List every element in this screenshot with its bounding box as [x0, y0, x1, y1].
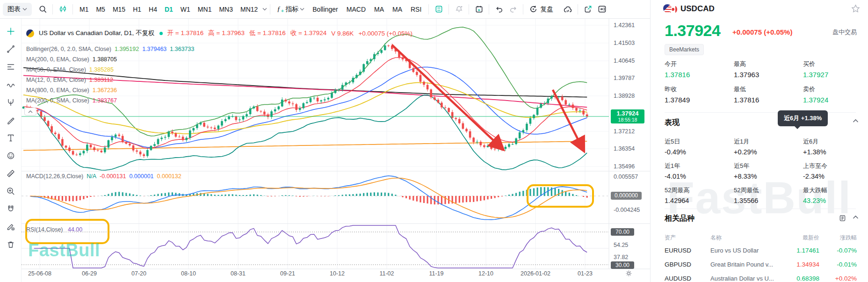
favorite-star-icon[interactable]	[851, 4, 861, 14]
related-collapse-chevron-icon[interactable]	[853, 215, 859, 219]
symbol-flags	[663, 4, 679, 14]
stat-买价: 买价1.37927	[803, 60, 828, 79]
top-toolbar: 图表 M1M5M15H1H4D1W1MN1MN3MN12 ƒ+ 指标 Bolli…	[0, 0, 650, 19]
timeframe-m1[interactable]: M1	[76, 0, 92, 18]
zoom-in-tool-icon[interactable]	[3, 183, 19, 199]
collapse-panel-icon[interactable]	[595, 2, 609, 16]
share-icon[interactable]	[581, 2, 595, 16]
indicator-shortcut-ma-2[interactable]: MA	[370, 6, 388, 13]
undo-icon[interactable]	[492, 2, 506, 16]
replay-button[interactable]: 复盘	[526, 5, 556, 14]
drawing-tools-sidebar	[0, 19, 22, 282]
timeframe-h4[interactable]: H4	[145, 0, 161, 18]
performance-最大跌幅: 最大跌幅43.23%	[803, 186, 827, 204]
us-flag-icon	[663, 4, 672, 13]
performance-collapse-chevron-icon[interactable]	[853, 119, 859, 123]
crosshair-tool-icon[interactable]	[3, 23, 19, 39]
performance-近5日: 近5日-0.49%	[665, 137, 686, 156]
performance-近1月: 近1月+0.29%	[734, 137, 757, 156]
stat-最高: 最高1.37963	[734, 60, 759, 79]
performance-近1年: 近1年-4.01%	[665, 162, 686, 180]
related-section-title: 相关品种	[665, 214, 694, 224]
pitchfork-tool-icon[interactable]	[3, 94, 19, 110]
indicator-shortcut-macd-1[interactable]: MACD	[342, 6, 370, 13]
wave-tool-icon[interactable]	[3, 77, 19, 93]
chevron-down-icon	[22, 7, 27, 11]
panel-last-price: 1.37924	[665, 22, 720, 40]
performance-section-title: 表现	[665, 118, 680, 128]
indicators-button[interactable]: ƒ+ 指标	[273, 5, 308, 14]
timeframes-more-chevron-icon[interactable]	[262, 7, 267, 11]
trendline-tool-icon[interactable]	[3, 41, 19, 57]
performance-52周最低: 52周最低1.35566	[734, 186, 759, 204]
magnet-tool-icon[interactable]	[3, 201, 19, 217]
text-tool-icon[interactable]	[3, 130, 19, 146]
timeframe-m5[interactable]: M5	[92, 0, 108, 18]
chart-menu-button[interactable]: 图表	[3, 3, 32, 16]
timeframe-m15[interactable]: M15	[109, 0, 129, 18]
economic-calendar-icon[interactable]	[472, 2, 486, 16]
candlestick-style-icon[interactable]	[56, 2, 70, 16]
alert-bell-icon[interactable]	[452, 2, 466, 16]
search-icon[interactable]	[36, 2, 50, 16]
fibonacci-tool-icon[interactable]	[3, 59, 19, 75]
performance-上市至今: 上市至今-2.34%	[803, 162, 827, 180]
indicator-shortcuts: BollingerMACDMAMARSI	[308, 6, 426, 13]
timeframe-mn1[interactable]: MN1	[194, 0, 216, 18]
indicator-shortcut-ma-3[interactable]: MA	[388, 6, 406, 13]
ruler-tool-icon[interactable]	[3, 166, 19, 181]
related-list-icon[interactable]	[839, 214, 846, 222]
brush-tool-icon[interactable]	[3, 112, 19, 128]
trash-tool-icon[interactable]	[3, 237, 19, 253]
timeframe-w1[interactable]: W1	[177, 0, 194, 18]
cloud-upload-icon[interactable]	[561, 2, 575, 16]
timeframe-h1[interactable]: H1	[129, 0, 145, 18]
timeframe-mn12[interactable]: MN12	[237, 0, 261, 18]
broker-tag[interactable]: BeeMarkets	[665, 44, 704, 55]
indicator-shortcut-bollinger-0[interactable]: Bollinger	[308, 6, 342, 13]
trading-terminal: US Dollar vs Canadian Dollar, D1, 不复权 开 …	[0, 0, 868, 282]
stat-今开: 今开1.37816	[665, 60, 690, 79]
timeframe-d1[interactable]: D1	[161, 0, 177, 18]
stat-最低: 最低1.37816	[734, 85, 759, 104]
timeframe-mn3[interactable]: MN3	[215, 0, 237, 18]
layout-icon[interactable]	[432, 2, 446, 16]
stat-昨收: 昨收1.37849	[665, 85, 690, 104]
symbol-info-panel: FastBull USDCAD 1.37924 +0.00075 (+0.05%…	[650, 0, 868, 282]
legend-collapse-button[interactable]	[24, 108, 36, 116]
indicator-shortcut-rsi-4[interactable]: RSI	[406, 6, 426, 13]
performance-tooltip: 近6月 +1.38%	[778, 110, 828, 126]
edit-lock-tool-icon[interactable]	[3, 219, 19, 235]
session-status: 盘中交易	[832, 28, 857, 36]
performance-近5年: 近5年+8.33%	[734, 162, 757, 180]
chevron-down-icon	[300, 7, 304, 11]
performance-近6月: 近6月+1.38%	[803, 137, 826, 156]
emoji-tool-icon[interactable]	[3, 148, 19, 164]
panel-change: +0.00075 (+0.05%)	[732, 28, 792, 36]
panel-symbol-title: USDCAD	[680, 4, 715, 14]
stat-卖价: 卖价1.37924	[803, 85, 828, 104]
redo-icon[interactable]	[506, 2, 520, 16]
performance-52周最高: 52周最高1.42964	[665, 186, 689, 204]
timeframe-group: M1M5M15H1H4D1W1MN1MN3MN12	[76, 0, 261, 18]
